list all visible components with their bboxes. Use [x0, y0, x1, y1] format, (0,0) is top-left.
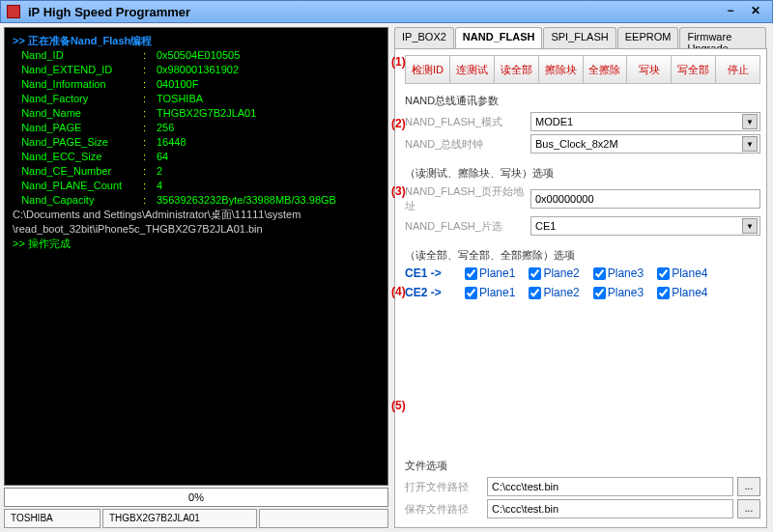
chevron-down-icon: ▼	[742, 218, 758, 234]
clock-label: NAND_总线时钟	[405, 137, 530, 152]
action-toolbar: 检测ID连测试读全部擦除块全擦除写块写全部停止	[405, 55, 760, 84]
plane-checkbox[interactable]: Plane2	[529, 286, 579, 299]
open-path-label: 打开文件路径	[405, 480, 487, 494]
checkbox-icon[interactable]	[593, 267, 606, 280]
console-output: >> 正在准备Nand_Flash编程 Nand_ID:0x50504E0105…	[4, 27, 388, 486]
chevron-down-icon: ▼	[742, 114, 758, 129]
plane-checkbox[interactable]: Plane2	[529, 266, 579, 280]
checkbox-icon[interactable]	[529, 287, 541, 299]
console-line: Nand_ECC_Size:64	[13, 150, 380, 164]
page-start-addr-input[interactable]	[530, 189, 760, 209]
addr-label: NAND_FLASH_页开始地址	[405, 184, 530, 213]
plane-checkbox[interactable]: Plane4	[657, 266, 707, 280]
ce-row: CE1 -> Plane1 Plane2 Plane3 Plane4	[405, 266, 760, 280]
action-擦除块[interactable]: 擦除块	[538, 55, 584, 84]
action-写块[interactable]: 写块	[626, 55, 672, 84]
close-button[interactable]: ✕	[745, 4, 766, 19]
browse-open-button[interactable]: ...	[737, 477, 760, 496]
group-read-options: （读测试、擦除块、写块）选项 NAND_FLASH_页开始地址 NAND_FLA…	[405, 166, 760, 238]
action-停止[interactable]: 停止	[715, 55, 760, 84]
save-file-path-input[interactable]	[487, 499, 733, 518]
progress-text: 0%	[188, 491, 204, 503]
group-title: （读全部、写全部、全部擦除）选项	[405, 248, 760, 263]
ce-select-label: NAND_FLASH_片选	[405, 219, 530, 234]
plane-checkbox[interactable]: Plane3	[593, 286, 644, 299]
console-line: Nand_PLANE_Count:4	[13, 179, 380, 193]
ce-select[interactable]: CE1 ▼	[530, 216, 760, 236]
clock-select[interactable]: Bus_Clock_8x2M ▼	[530, 134, 760, 154]
checkbox-icon[interactable]	[465, 287, 477, 299]
console-header: >> 正在准备Nand_Flash编程	[13, 34, 380, 48]
ce-label: CE1 ->	[405, 266, 451, 280]
group-full-options: （读全部、写全部、全部擦除）选项 CE1 -> Plane1 Plane2 Pl…	[405, 248, 760, 299]
mode-label: NAND_FLASH_模式	[405, 115, 530, 129]
plane-checkbox[interactable]: Plane1	[465, 266, 515, 280]
checkbox-icon[interactable]	[465, 267, 477, 280]
console-line: Nand_PAGE_Size:16448	[13, 135, 380, 150]
console-path: \read_boot_32bit\iPhone5c_THGBX2G7B2JLA0…	[13, 222, 380, 237]
console-path: C:\Documents and Settings\Administrator\…	[13, 208, 380, 222]
group-title: 文件选项	[405, 459, 760, 473]
console-line: Nand_Name:THGBX2G7B2JLA01	[13, 106, 380, 121]
checkbox-icon[interactable]	[657, 267, 670, 280]
tab-strip: IP_BOX2NAND_FLASHSPI_FLASHEEPROMFirmware…	[394, 27, 767, 48]
checkbox-icon[interactable]	[529, 267, 541, 280]
checkbox-icon[interactable]	[657, 287, 670, 299]
save-path-label: 保存文件路径	[405, 502, 487, 517]
marker-3: (3)	[391, 184, 406, 198]
tab-nand-flash[interactable]: NAND_FLASH	[455, 27, 543, 48]
status-factory: TOSHIBA	[4, 509, 100, 528]
tab-firmware-upgrade[interactable]: Firmware Upgrade	[679, 27, 766, 48]
plane-checkbox[interactable]: Plane3	[593, 266, 644, 280]
app-icon	[7, 5, 20, 18]
title-bar: iP High Speed Programmer − ✕	[0, 0, 773, 23]
status-bar: TOSHIBA THGBX2G7B2JLA01	[4, 509, 388, 528]
marker-2: (2)	[391, 117, 406, 130]
tab-ip-box2[interactable]: IP_BOX2	[394, 27, 454, 48]
console-line: Nand_EXTEND_ID:0x980001361902	[13, 63, 380, 77]
tab-spi-flash[interactable]: SPI_FLASH	[543, 27, 616, 48]
action-写全部[interactable]: 写全部	[671, 55, 716, 84]
status-empty	[259, 509, 388, 528]
console-footer: >> 操作完成	[13, 237, 380, 251]
action-读全部[interactable]: 读全部	[494, 55, 539, 84]
ce-label: CE2 ->	[405, 286, 451, 299]
console-line: Nand_CE_Number:2	[13, 164, 380, 179]
plane-checkbox[interactable]: Plane1	[465, 286, 515, 299]
console-line: Nand_Factory:TOSHIBA	[13, 92, 380, 106]
marker-5: (5)	[391, 399, 406, 412]
status-chip: THGBX2G7B2JLA01	[102, 509, 257, 528]
open-file-path-input[interactable]	[487, 477, 733, 496]
action-全擦除[interactable]: 全擦除	[583, 55, 628, 84]
progress-bar: 0%	[4, 488, 388, 507]
window-title: iP High Speed Programmer	[28, 5, 190, 19]
marker-1: (1)	[391, 55, 406, 69]
minimize-button[interactable]: −	[720, 4, 741, 19]
marker-4: (4)	[391, 285, 406, 298]
tab-eeprom[interactable]: EEPROM	[617, 27, 679, 48]
ce-row: CE2 -> Plane1 Plane2 Plane3 Plane4	[405, 286, 760, 299]
console-line: Nand_PAGE:256	[13, 121, 380, 135]
console-line: Nand_ID:0x50504E010505	[13, 48, 380, 63]
group-file-options: 文件选项 打开文件路径 ... 保存文件路径 ...	[405, 459, 760, 521]
console-line: Nand_Information:040100F	[13, 77, 380, 92]
console-line: Nand_Capacity:35639263232Byte/33988MB/33…	[13, 193, 380, 208]
group-title: NAND总线通讯参数	[405, 94, 760, 108]
group-title: （读测试、擦除块、写块）选项	[405, 166, 760, 181]
checkbox-icon[interactable]	[593, 287, 606, 299]
action-连测试[interactable]: 连测试	[449, 55, 495, 84]
mode-select[interactable]: MODE1 ▼	[530, 112, 760, 131]
chevron-down-icon: ▼	[742, 136, 758, 152]
plane-checkbox[interactable]: Plane4	[657, 286, 707, 299]
action-检测ID[interactable]: 检测ID	[405, 55, 450, 84]
browse-save-button[interactable]: ...	[737, 499, 760, 518]
group-nand-bus: NAND总线通讯参数 NAND_FLASH_模式 MODE1 ▼ NAND_总线…	[405, 94, 760, 156]
